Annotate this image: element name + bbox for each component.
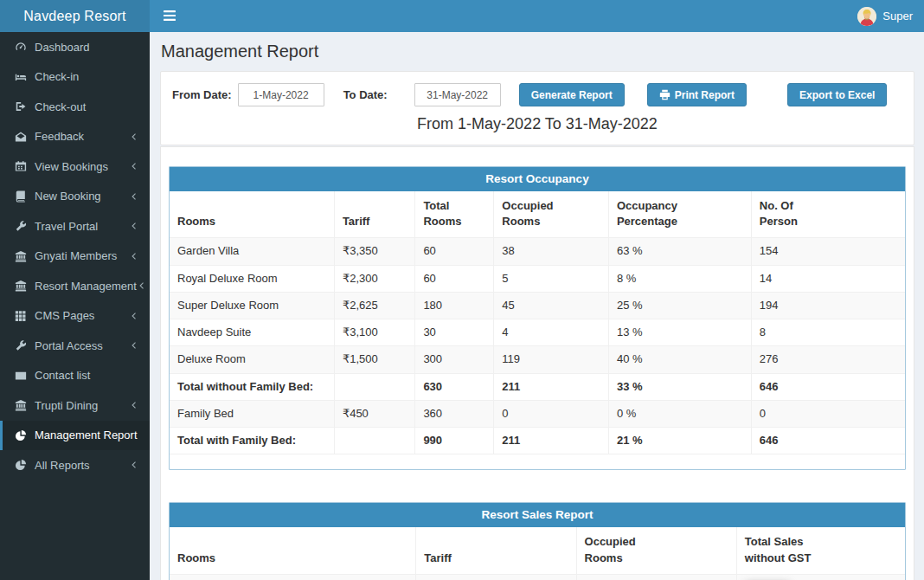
sidebar-item-feedback[interactable]: Feedback — [0, 122, 150, 152]
chevron-left-icon — [129, 460, 139, 470]
sidebar-item-view-bookings[interactable]: View Bookings — [0, 151, 150, 182]
column-header: Occupied Rooms — [494, 191, 609, 238]
app-window: Navdeep Resort DashboardCheck-inCheck-ou… — [0, 0, 924, 580]
table-cell: Total without Family Bed: — [170, 373, 334, 400]
envelope-icon — [15, 370, 35, 382]
table-cell: ₹3,350 — [334, 238, 414, 265]
table-cell: 45 — [494, 292, 609, 319]
sidebar-item-travel-portal[interactable]: Travel Portal — [0, 211, 150, 242]
sidebar-item-all-reports[interactable]: All Reports — [0, 450, 150, 480]
chevron-left-icon — [129, 400, 139, 410]
chevron-left-icon — [129, 311, 139, 321]
table-cell: 37 — [576, 574, 736, 580]
table-cell: 5 — [494, 265, 609, 292]
table-cell: 14 — [751, 265, 905, 292]
table-cell: 40 % — [608, 346, 751, 373]
table-cell: 4 — [494, 319, 609, 346]
sidebar-item-resort-management[interactable]: Resort Management — [0, 271, 150, 301]
table-cell: Deluxe Room — [170, 346, 334, 373]
sidebar-item-label: View Bookings — [35, 160, 129, 173]
sidebar-item-dashboard[interactable]: Dashboard — [0, 32, 150, 62]
table-cell: 60 — [415, 238, 494, 265]
table-cell: ₹3,100 — [334, 319, 414, 346]
sidebar-item-management-report[interactable]: Management Report — [0, 421, 150, 451]
column-header: Rooms — [170, 191, 334, 238]
sidebar-item-label: Resort Management — [35, 280, 137, 293]
export-to-excel-button[interactable]: Export to Excel — [787, 83, 887, 106]
table-cell: 21 % — [608, 428, 751, 454]
sidebar-item-cms-pages[interactable]: CMS Pages — [0, 301, 150, 332]
sidebar-item-label: Portal Access — [35, 339, 129, 352]
table-row: Total with Family Bed:99021121 %646 — [170, 428, 905, 454]
column-header: Total Sales without GST — [736, 527, 905, 574]
sidebar-item-label: Check-in — [35, 70, 139, 83]
bank-icon — [15, 399, 35, 411]
to-date-input[interactable] — [414, 83, 501, 106]
from-date-input[interactable] — [238, 83, 324, 106]
table-cell: 276 — [751, 346, 905, 373]
chevron-left-icon — [129, 191, 139, 202]
sidebar-item-label: Dashboard — [35, 41, 139, 54]
table-cell — [334, 428, 414, 454]
table-cell: 194 — [751, 292, 905, 319]
chevron-left-icon — [129, 340, 139, 351]
table-row: Garden Villa335037 — [170, 574, 905, 580]
dashboard-icon — [15, 41, 35, 53]
book-icon — [15, 190, 35, 203]
table-cell: Royal Deluxe Room — [170, 265, 334, 292]
table-cell: 33 % — [608, 373, 751, 400]
generate-report-button[interactable]: Generate Report — [519, 83, 625, 106]
sidebar-item-portal-access[interactable]: Portal Access — [0, 331, 150, 361]
table-cell: Total with Family Bed: — [170, 428, 334, 454]
sidebar-item-gnyati-members[interactable]: Gnyati Members — [0, 242, 150, 272]
sidebar-item-check-out[interactable]: Check-out — [0, 92, 150, 122]
topbar: Super — [150, 0, 924, 32]
from-date-label: From Date: — [172, 88, 232, 101]
chevron-left-icon — [129, 221, 139, 231]
sidebar-item-contact-list[interactable]: Contact list — [0, 361, 150, 391]
table-row: Garden Villa₹3,350603863 %154 — [170, 238, 905, 265]
table-row: Navdeep Suite₹3,10030413 %8 — [170, 319, 905, 346]
table-cell: ₹1,500 — [334, 346, 414, 373]
page-title: Management Report — [161, 42, 914, 61]
sidebar-item-label: Travel Portal — [35, 220, 129, 233]
bank-icon — [15, 280, 35, 292]
sidebar-item-label: Gnyati Members — [35, 249, 129, 262]
pie-icon — [15, 429, 35, 441]
main-content: Management Report From Date: To Date: Ge… — [150, 32, 924, 580]
print-report-button[interactable]: Print Report — [647, 83, 747, 106]
sidebar-item-new-booking[interactable]: New Booking — [0, 182, 150, 212]
blurred-value-cell — [736, 574, 905, 580]
table-title: Resort Occupancy — [170, 167, 905, 191]
table-panel-resort-sales-report: Resort Sales ReportRoomsTariffOccupied R… — [169, 502, 906, 580]
sidebar-item-check-in[interactable]: Check-in — [0, 62, 150, 93]
table-cell: 990 — [415, 428, 494, 454]
brand-logo[interactable]: Navdeep Resort — [0, 0, 150, 32]
column-header: No. Of Person — [751, 191, 905, 238]
sidebar-item-label: New Booking — [35, 190, 129, 203]
to-date-label: To Date: — [343, 88, 388, 101]
user-menu[interactable]: Super — [846, 0, 924, 32]
table-cell: 8 % — [608, 265, 751, 292]
table-cell: 0 — [494, 400, 609, 427]
table-cell: 630 — [415, 373, 494, 400]
sidebar-toggle-button[interactable] — [150, 0, 189, 32]
sidebar-item-label: All Reports — [35, 459, 129, 472]
sidebar-item-label: CMS Pages — [35, 309, 129, 322]
table-cell: Family Bed — [170, 400, 334, 427]
report-table: RoomsTariffTotal RoomsOccupied RoomsOccu… — [170, 191, 905, 454]
sidebar-item-trupti-dining[interactable]: Trupti Dining — [0, 390, 150, 421]
table-cell — [334, 373, 414, 400]
column-header: Occupied Rooms — [576, 527, 736, 574]
report-toolbar: From Date: To Date: Generate Report Prin… — [160, 71, 914, 145]
table-cell: 360 — [415, 400, 494, 427]
table-cell: 211 — [494, 428, 609, 454]
table-cell: ₹2,625 — [334, 292, 414, 319]
report-table: RoomsTariffOccupied RoomsTotal Sales wit… — [170, 527, 905, 580]
column-header: Tariff — [416, 527, 576, 574]
table-cell: 646 — [751, 428, 905, 454]
column-header: Total Rooms — [415, 191, 494, 238]
column-header: Tariff — [334, 191, 414, 238]
bed-icon — [15, 71, 35, 83]
date-range-heading: From 1-May-2022 To 31-May-2022 — [172, 106, 902, 145]
